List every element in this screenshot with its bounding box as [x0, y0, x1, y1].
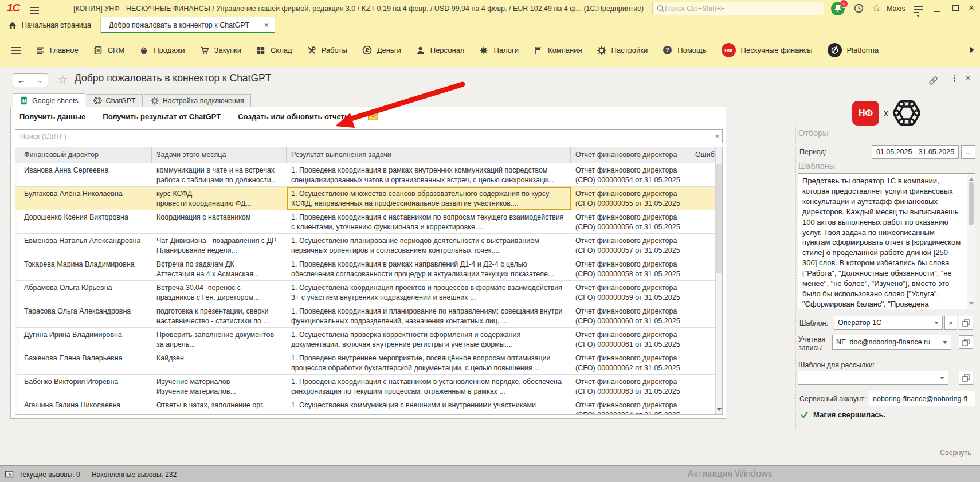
cell-report[interactable]: Отчет финансового директора (CFO) 000000…: [571, 257, 692, 281]
nav-overflow-chevron-icon[interactable]: [970, 47, 977, 53]
nav-item-kompaniya[interactable]: Компания: [534, 46, 582, 55]
table-row[interactable]: Агашина Галина Николаевна Ответы в чатах…: [15, 398, 716, 415]
cell-report[interactable]: Отчет финансового директора (CFO) 000000…: [571, 375, 692, 398]
tab-chatgpt[interactable]: ChatGPT: [87, 94, 143, 107]
cell-director[interactable]: Тарасова Ольга Александровна: [19, 304, 152, 328]
maximize-button[interactable]: [952, 5, 959, 11]
scroll-down-icon[interactable]: [969, 302, 974, 307]
table-row[interactable]: Евменова Наталья Александровна Чат Дивиз…: [15, 234, 716, 257]
get-chatgpt-result-button[interactable]: Получить результат от ChatGPT: [103, 112, 221, 121]
nav-item-neskuchnye-finansy[interactable]: НФ Нескучные финансы: [722, 43, 813, 57]
cell-result[interactable]: 1. Осуществлено планирование периодов де…: [287, 234, 571, 257]
tab-connection-settings[interactable]: Настройка подключения: [144, 94, 251, 107]
tab-chatgpt-connector[interactable]: Добро пожаловать в коннектор к ChatGPT ×: [101, 17, 275, 33]
cell-report[interactable]: Отчет финансового директора (CFO) 000000…: [571, 210, 692, 234]
nav-item-zakupki[interactable]: Закупки: [200, 46, 241, 55]
cell-tasks[interactable]: курс КСФД провести координацию ФД...: [152, 187, 287, 210]
table-row[interactable]: Булгакова Алёна Николаевна курс КСФД про…: [15, 187, 716, 210]
dropdown-caret-icon[interactable]: [943, 341, 947, 346]
table-row[interactable]: Токарева Марина Владимировна Встреча по …: [15, 257, 716, 281]
templates-group-title[interactable]: Шаблоны: [798, 162, 835, 171]
template-clear-button[interactable]: ×: [944, 316, 957, 330]
collapse-link[interactable]: Свернуть: [940, 449, 971, 457]
table-row[interactable]: Бабенко Виктория Игоревна Изучение матер…: [15, 375, 716, 398]
cell-error[interactable]: [692, 375, 716, 398]
form-close-button[interactable]: ×: [965, 72, 971, 84]
cell-tasks[interactable]: Кайдзен: [152, 351, 287, 375]
template-combobox[interactable]: Оператор 1С: [834, 316, 943, 330]
notifications-bell-icon[interactable]: 1: [831, 2, 845, 15]
global-search-box[interactable]: [652, 2, 824, 15]
cell-error[interactable]: [692, 328, 716, 351]
col-error[interactable]: Ошибка: [692, 147, 716, 163]
nav-item-raboty[interactable]: Работы: [307, 46, 347, 55]
cell-tasks[interactable]: Чат Дивизиона - поздравления с ДР Планир…: [152, 234, 287, 257]
cell-error[interactable]: [692, 210, 716, 234]
cell-result[interactable]: 1. Проведена координация в рамках внутре…: [287, 163, 571, 187]
cell-director[interactable]: Иванова Анна Сергеевна: [19, 163, 152, 187]
create-or-update-reports-button[interactable]: Создать или обновить отчеты: [238, 112, 351, 121]
table-row[interactable]: Иванова Анна Сергеевна коммуникации в ча…: [15, 163, 716, 187]
template-open-button[interactable]: [959, 316, 973, 330]
cell-result[interactable]: 1. Проведена координация и планирование …: [287, 304, 571, 328]
textarea-scrollbar[interactable]: [967, 174, 975, 309]
tab-home-page[interactable]: Начальная страница: [0, 17, 101, 33]
cell-result[interactable]: 1. Проведена координация в рамках направ…: [287, 257, 571, 281]
cell-report[interactable]: Отчет финансового директора (CFO) 000000…: [571, 281, 692, 304]
cell-result[interactable]: 1. Осуществлена координация проектов и п…: [287, 281, 571, 304]
cell-tasks[interactable]: Изучение материалов Изучение материалов.…: [152, 375, 287, 398]
cell-director[interactable]: Дугина Ирина Владимировна: [19, 328, 152, 351]
cell-director[interactable]: Баженова Елена Валерьевна: [19, 351, 152, 375]
nav-item-prodazhi[interactable]: Продажи: [139, 46, 185, 55]
table-search-input[interactable]: [15, 129, 712, 143]
mailing-open-button[interactable]: [959, 371, 973, 385]
cell-report[interactable]: Отчет финансового директора (CFO) 000000…: [571, 234, 692, 257]
main-menu-icon[interactable]: [30, 5, 39, 15]
cell-report[interactable]: Отчет финансового директора (CFO) 000000…: [571, 163, 692, 187]
cell-result[interactable]: 1. Осуществлена проверка корректности оф…: [287, 328, 571, 351]
back-button[interactable]: ←: [13, 73, 30, 87]
cell-report[interactable]: Отчет финансового директора (CFO) 000000…: [571, 304, 692, 328]
nav-item-sklad[interactable]: Склад: [256, 46, 292, 55]
col-report[interactable]: Отчет финансового директора: [571, 147, 692, 163]
cell-report[interactable]: Отчет финансового директора (CFO) 000000…: [571, 398, 692, 415]
global-search-input[interactable]: [665, 5, 820, 13]
dropdown-caret-icon[interactable]: [940, 377, 944, 382]
calls-monitor-icon[interactable]: [5, 469, 15, 480]
cell-error[interactable]: [692, 281, 716, 304]
table-row[interactable]: Баженова Елена Валерьевна Кайдзен 1. Про…: [15, 351, 716, 375]
user-name[interactable]: Maxis: [887, 5, 905, 13]
envelope-icon[interactable]: [368, 113, 378, 120]
nav-item-dengi[interactable]: ₽ Деньги: [362, 45, 401, 55]
cell-director[interactable]: Агашина Галина Николаевна: [19, 398, 152, 415]
cell-report[interactable]: Отчет финансового директора (CFO) 000000…: [571, 187, 692, 210]
nav-item-nastroyki[interactable]: Настройки: [597, 46, 648, 55]
nav-item-pomosch[interactable]: ? Помощь: [663, 45, 706, 55]
sections-menu-icon[interactable]: [11, 45, 21, 56]
table-row[interactable]: Дугина Ирина Владимировна Проверить запо…: [15, 328, 716, 351]
filters-group-title[interactable]: Отборы: [798, 128, 829, 138]
cell-tasks[interactable]: Ответы в чатах, заполнение орг.: [152, 398, 287, 415]
search-clear-icon[interactable]: ×: [712, 129, 723, 143]
col-director[interactable]: Финансовый директор: [19, 147, 152, 163]
period-field[interactable]: 01.05.2025 - 31.05.2025: [872, 145, 959, 159]
cell-director[interactable]: Бабенко Виктория Игоревна: [19, 375, 152, 398]
cell-error[interactable]: [692, 234, 716, 257]
cell-tasks[interactable]: Встреча по задачам ДК Аттестация на 4 к …: [152, 257, 287, 281]
cell-result[interactable]: 1. Проведено внутреннее мероприятие, пос…: [287, 351, 571, 375]
add-favorite-star-icon[interactable]: ☆: [58, 73, 68, 86]
cell-error[interactable]: [692, 163, 716, 187]
cell-director[interactable]: Евменова Наталья Александровна: [19, 234, 152, 257]
tab-close-icon[interactable]: ×: [264, 21, 269, 30]
nav-item-personal[interactable]: Персонал: [416, 46, 465, 55]
cell-tasks[interactable]: Координация с наставником: [152, 210, 287, 234]
cell-result[interactable]: 1. Осуществлена коммуникация с внешними …: [287, 398, 571, 415]
nav-item-glavnoe[interactable]: Главное: [36, 46, 79, 55]
cell-error[interactable]: [692, 187, 716, 210]
account-combobox[interactable]: NF_doc@noboring-finance.ru: [832, 335, 951, 350]
cell-result[interactable]: 1. Проведена координация с наставником п…: [287, 210, 571, 234]
cell-result[interactable]: 1. Осуществлено множество сеансов образо…: [287, 187, 571, 210]
cell-error[interactable]: [692, 351, 716, 375]
cell-director[interactable]: Булгакова Алёна Николаевна: [19, 187, 152, 210]
service-account-field[interactable]: noboring-finance@noboring-fi: [869, 391, 975, 406]
